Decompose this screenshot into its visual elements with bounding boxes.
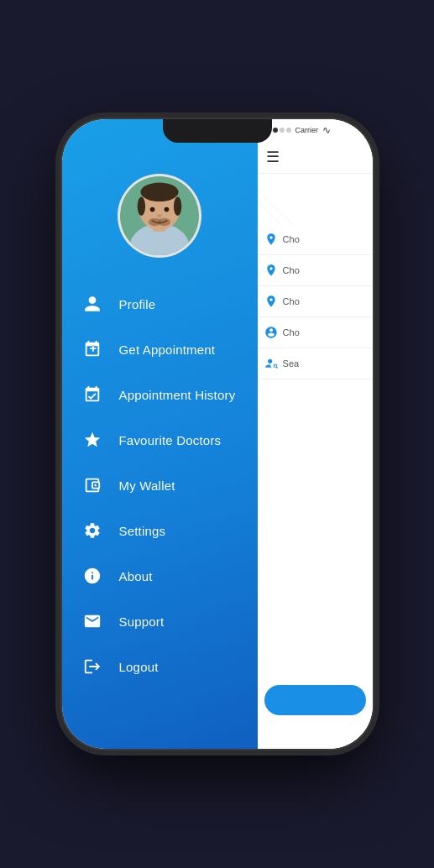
- hamburger-button[interactable]: ☰: [266, 148, 280, 166]
- sidebar-item-favourite-doctors-label: Favourite Doctors: [119, 433, 222, 447]
- menu-list: Profile Get Appointment: [62, 281, 258, 689]
- avatar-container: [62, 174, 258, 258]
- sidebar-item-about-label: About: [119, 569, 153, 583]
- content-area: Cho Cho: [258, 174, 373, 749]
- person-icon: [81, 292, 104, 316]
- sidebar-item-get-appointment[interactable]: Get Appointment: [81, 327, 258, 372]
- svg-point-12: [94, 484, 97, 487]
- sidebar-item-support[interactable]: Support: [81, 599, 258, 644]
- choice-item-4[interactable]: Cho: [258, 317, 373, 348]
- choice-item-1-text: Cho: [283, 234, 300, 244]
- calendar-check-icon: [81, 383, 104, 406]
- wallet-icon: [81, 473, 104, 497]
- choice-item-3[interactable]: Cho: [258, 286, 373, 317]
- choice-item-1[interactable]: Cho: [258, 224, 373, 255]
- sidebar-item-settings-label: Settings: [119, 524, 166, 538]
- sidebar-item-settings[interactable]: Settings: [81, 508, 258, 553]
- info-icon: [81, 564, 104, 588]
- svg-point-9: [157, 214, 162, 217]
- envelope-icon: [81, 609, 104, 633]
- svg-point-5: [138, 196, 145, 216]
- header-bar: ☰: [258, 141, 373, 174]
- signal-dot-4: [286, 128, 291, 133]
- signal-dot-2: [273, 128, 278, 133]
- logout-icon: [81, 655, 104, 678]
- star-icon: [81, 428, 104, 452]
- phone-screen: Profile Get Appointment: [62, 119, 373, 749]
- choice-item-4-text: Cho: [283, 327, 300, 337]
- sidebar-item-my-wallet-label: My Wallet: [119, 478, 175, 493]
- sidebar-item-favourite-doctors[interactable]: Favourite Doctors: [81, 417, 258, 463]
- sidebar-item-profile[interactable]: Profile: [81, 281, 258, 327]
- signal-dots: Carrier ∿: [266, 124, 332, 136]
- wifi-icon: ∿: [322, 124, 331, 136]
- sidebar-item-appointment-history-label: Appointment History: [119, 388, 236, 402]
- phone-frame: Profile Get Appointment: [62, 119, 373, 749]
- carrier-label: Carrier: [295, 126, 319, 134]
- sidebar-item-get-appointment-label: Get Appointment: [119, 342, 216, 357]
- sidebar-item-appointment-history[interactable]: Appointment History: [81, 372, 258, 417]
- avatar: [118, 174, 201, 258]
- svg-point-6: [174, 196, 181, 216]
- location-person-icon: [264, 233, 278, 246]
- svg-point-4: [140, 183, 178, 202]
- signal-dot-3: [280, 128, 285, 133]
- choice-item-5[interactable]: Sea: [258, 348, 373, 379]
- svg-point-8: [165, 207, 170, 212]
- avatar-image: [120, 176, 199, 255]
- search-button[interactable]: [264, 685, 366, 715]
- sidebar-item-support-label: Support: [119, 614, 165, 629]
- pin-icon-2: [264, 295, 278, 308]
- phone-notch: [163, 119, 272, 143]
- sidebar-item-profile-label: Profile: [119, 297, 156, 311]
- gear-icon: [81, 519, 104, 542]
- svg-point-7: [150, 207, 155, 212]
- sidebar-item-logout[interactable]: Logout: [81, 644, 258, 689]
- choice-item-2[interactable]: Cho: [258, 255, 373, 286]
- pin-icon-1: [264, 264, 278, 277]
- sidebar-item-my-wallet[interactable]: My Wallet: [81, 463, 258, 508]
- choice-item-5-text: Sea: [283, 358, 300, 369]
- screen: Profile Get Appointment: [62, 119, 373, 749]
- status-bar: Carrier ∿: [258, 119, 373, 141]
- choice-items-list: Cho Cho: [258, 224, 373, 379]
- choice-item-2-text: Cho: [283, 265, 300, 275]
- calendar-plus-icon: [81, 337, 104, 361]
- svg-point-11: [158, 218, 170, 226]
- sidebar-item-about[interactable]: About: [81, 553, 258, 599]
- drawer-menu: Profile Get Appointment: [62, 119, 258, 749]
- person-circle-icon: [264, 326, 278, 339]
- person-search-icon: [264, 357, 278, 370]
- sidebar-item-logout-label: Logout: [119, 660, 159, 674]
- choice-item-3-text: Cho: [283, 296, 300, 306]
- main-content: Carrier ∿ ☰: [258, 119, 373, 749]
